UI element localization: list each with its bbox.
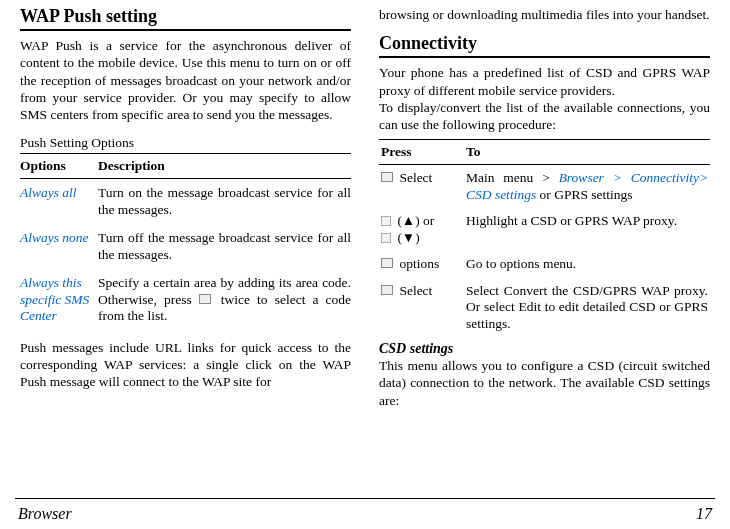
options-th-description: Description — [98, 154, 351, 179]
options-table: Options Description Always all Turn on t… — [20, 153, 351, 330]
down-arrow-icon — [381, 233, 391, 243]
key-icon — [381, 172, 393, 182]
heading-underline — [20, 29, 351, 31]
footer-left: Browser — [18, 505, 72, 523]
connectivity-heading: Connectivity — [379, 33, 710, 54]
footer-page-number: 17 — [696, 505, 712, 523]
key-icon — [381, 258, 393, 268]
option-label: Always none — [20, 224, 98, 269]
press-th-press: Press — [379, 140, 464, 165]
csd-heading: CSD settings — [379, 341, 710, 357]
to-text: Main menu > — [466, 170, 559, 185]
press-label: (▼) — [394, 230, 420, 245]
option-desc: Turn on the message broadcast service fo… — [98, 179, 351, 224]
options-th-options: Options — [20, 154, 98, 179]
press-cell: options — [379, 251, 464, 277]
to-cell: Main menu > Browser > Connectivity> CSD … — [464, 165, 710, 208]
press-label: Select — [396, 170, 432, 185]
press-label: options — [396, 256, 439, 271]
to-cell: Select Convert the CSD/GPRS WAP proxy. O… — [464, 278, 710, 337]
press-table: Press To Select Main menu > Browser > Co… — [379, 139, 710, 337]
push-options-subhead: Push Setting Options — [20, 135, 351, 151]
heading-underline — [379, 56, 710, 58]
to-cell: Highlight a CSD or GPRS WAP proxy. — [464, 208, 710, 251]
page-footer: Browser 17 — [18, 505, 712, 523]
press-cell: (▲) or (▼) — [379, 208, 464, 251]
option-label: Always this specific SMS Center — [20, 269, 98, 330]
press-cell: Select — [379, 278, 464, 337]
key-icon — [199, 294, 211, 304]
continuation-paragraph: browsing or downloading multimedia files… — [379, 6, 710, 23]
to-cell: Go to options menu. — [464, 251, 710, 277]
option-desc: Turn off the message broadcast service f… — [98, 224, 351, 269]
csd-body: This menu allows you to configure a CSD … — [379, 357, 710, 409]
option-label: Always all — [20, 179, 98, 224]
option-desc: Specify a certain area by adding its are… — [98, 269, 351, 330]
connectivity-intro: Your phone has a predefined list of CSD … — [379, 64, 710, 133]
up-arrow-icon — [381, 216, 391, 226]
press-label: Select — [396, 283, 432, 298]
push-after-paragraph: Push messages include URL links for quic… — [20, 339, 351, 391]
wap-intro: WAP Push is a service for the asynchrono… — [20, 37, 351, 123]
footer-rule — [15, 498, 715, 499]
key-icon — [381, 285, 393, 295]
wap-push-heading: WAP Push setting — [20, 6, 351, 27]
press-label: (▲) or — [394, 213, 434, 228]
press-cell: Select — [379, 165, 464, 208]
to-text: or GPRS settings — [536, 187, 632, 202]
press-th-to: To — [464, 140, 710, 165]
